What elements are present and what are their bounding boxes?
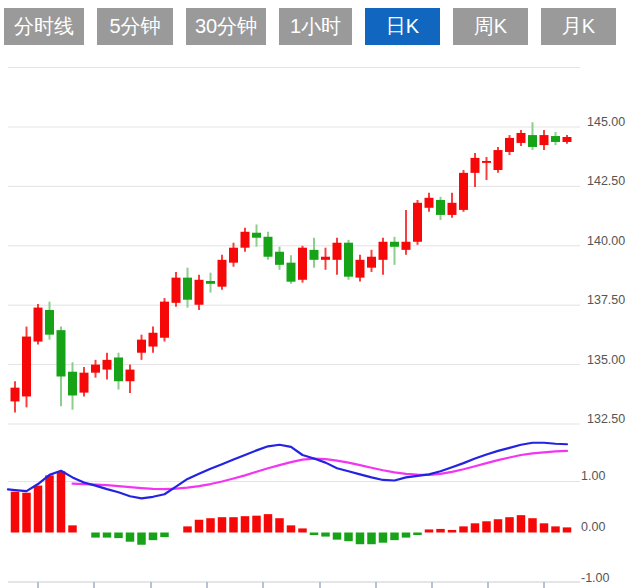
candle-body [298,248,307,280]
kline-chart[interactable]: 145.00142.50140.00137.50135.00132.501.00… [0,0,630,588]
macd-histogram-bar [57,471,66,532]
price-axis-label: 135.00 [587,353,625,367]
candle-body [563,137,572,142]
kline-chart-area[interactable]: 145.00142.50140.00137.50135.00132.501.00… [0,0,630,588]
candle-body [206,281,215,284]
macd-histogram-bar [310,533,319,536]
candle-body [379,242,388,260]
macd-histogram-bar [471,523,480,532]
candle-body [195,280,204,305]
macd-axis-label: -1.00 [581,571,610,585]
macd-histogram-bar [126,533,135,542]
macd-histogram-bar [68,525,77,532]
candle-body [413,203,422,242]
tab-5min[interactable]: 5分钟 [97,8,173,45]
macd-histogram-bar [298,528,307,532]
candle-body [344,243,353,277]
macd-histogram-bar [183,526,192,532]
candle-body [333,243,342,260]
macd-histogram-bar [91,533,100,538]
macd-histogram-bar [218,517,227,532]
candle-body [126,370,135,382]
candle-body [275,252,284,265]
macd-histogram-bar [160,533,169,538]
macd-histogram-bar [448,530,457,533]
macd-histogram-bar [137,533,146,545]
candle-body [505,138,514,152]
candle-body [11,388,20,402]
candle-body [160,302,169,338]
candle-body [57,330,66,376]
tab-daily-k[interactable]: 日K [365,8,440,45]
candle-body [91,365,100,373]
macd-histogram-bar [22,493,31,533]
macd-histogram-bar [528,518,537,532]
candle-body [229,248,238,263]
price-axis-label: 140.00 [587,234,625,248]
candle-body [264,237,273,257]
candle-body [436,200,445,215]
candle-body [183,278,192,300]
candle-body [34,308,43,342]
candle-body [482,161,491,163]
candle-body [459,173,468,210]
macd-histogram-bar [195,520,204,533]
macd-histogram-bar [413,533,422,536]
macd-histogram-bar [103,533,112,538]
macd-histogram-bar [390,533,399,541]
candle-body [540,135,549,145]
tab-1hour[interactable]: 1小时 [279,8,352,45]
macd-histogram-bar [252,516,261,533]
macd-histogram-bar [356,533,365,545]
macd-histogram-bar [287,525,296,532]
macd-histogram-bar [402,533,411,538]
candle-body [517,133,526,143]
macd-histogram-bar [45,475,54,532]
candle-body [68,372,77,396]
price-axis-label: 142.50 [587,174,625,188]
macd-histogram-bar [241,516,250,532]
candle-body [137,340,146,353]
tab-30min[interactable]: 30分钟 [186,8,266,45]
candle-body [551,136,560,142]
candle-body [241,232,250,248]
macd-axis-label: 0.00 [581,520,605,534]
macd-histogram-bar [436,529,445,533]
macd-histogram-bar [149,533,158,541]
macd-dea-line [73,451,568,489]
macd-histogram-bar [333,533,342,540]
candle-body [367,257,376,268]
candle-body [252,233,261,238]
tab-monthly-k[interactable]: 月K [541,8,616,45]
tab-weekly-k[interactable]: 周K [453,8,528,45]
macd-histogram-bar [494,519,503,532]
tab-timeline[interactable]: 分时线 [4,8,84,45]
candle-body [494,150,503,170]
candle-body [287,263,296,282]
candle-body [22,337,31,397]
candle-body [448,203,457,215]
candle-body [172,278,181,303]
candle-body [390,242,399,247]
candle-body [425,198,434,208]
macd-histogram-bar [34,486,43,533]
candle-body [321,257,330,260]
candle-body [218,260,227,287]
macd-histogram-bar [229,517,238,532]
candle-body [45,310,54,335]
price-axis-label: 137.50 [587,293,625,307]
candle-body [356,260,365,278]
macd-histogram-bar [11,492,20,533]
macd-histogram-bar [114,533,123,539]
candle-body [149,333,158,347]
price-axis-label: 132.50 [587,412,625,426]
macd-histogram-bar [540,523,549,532]
candle-body [528,135,537,147]
macd-histogram-bar [563,527,572,532]
macd-histogram-bar [206,518,215,532]
macd-histogram-bar [505,517,514,532]
macd-histogram-bar [321,533,330,537]
macd-histogram-bar [275,518,284,532]
macd-histogram-bar [425,529,434,532]
macd-axis-label: 1.00 [581,469,605,483]
